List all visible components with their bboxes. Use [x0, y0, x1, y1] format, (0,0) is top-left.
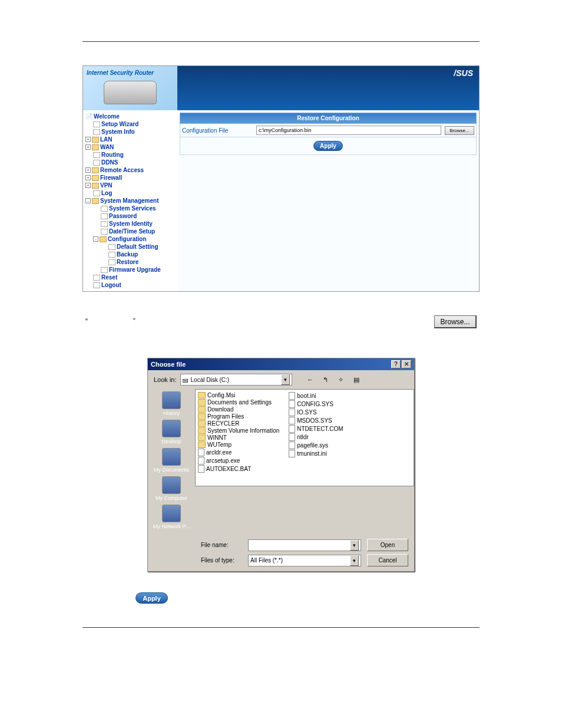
nav-system-services[interactable]: System Services	[109, 205, 156, 212]
nav-routing[interactable]: Routing	[101, 151, 124, 159]
place-history[interactable]: History	[148, 391, 195, 416]
expand-icon[interactable]: +	[85, 175, 91, 180]
nav-log[interactable]: Log	[101, 189, 112, 197]
nav-system-identity[interactable]: System Identity	[109, 220, 153, 228]
network-icon	[162, 505, 181, 522]
nav-ddns[interactable]: DDNS	[101, 159, 118, 166]
file-icon	[198, 465, 204, 473]
filetype-select[interactable]: All Files (*.*)▾	[248, 555, 361, 566]
file-list[interactable]: Config.MsiDocuments and SettingsDownload…	[195, 389, 414, 486]
nav-remote-access[interactable]: Remote Access	[100, 166, 144, 174]
config-file-label: Configuration File	[182, 127, 253, 134]
router-logo-panel: Internet Security Router	[83, 66, 177, 110]
file-item[interactable]: Documents and Settings	[198, 399, 279, 406]
expand-icon[interactable]: +	[85, 167, 91, 173]
nav-lan[interactable]: LAN	[100, 136, 113, 143]
nav-tree: 📄Welcome Setup Wizard System Info +LAN +…	[83, 110, 177, 291]
file-icon	[198, 449, 204, 456]
file-icon	[289, 450, 295, 457]
file-icon	[289, 425, 295, 433]
file-item[interactable]: arcldr.exe	[198, 449, 279, 456]
help-icon[interactable]: ?	[391, 360, 401, 368]
nav-setup-wizard[interactable]: Setup Wizard	[101, 120, 138, 128]
expand-icon[interactable]: +	[85, 183, 91, 188]
dialog-title: Choose file	[151, 361, 186, 368]
dropdown-icon[interactable]: ▾	[350, 555, 359, 566]
panel-header: Restore Configuration	[180, 113, 477, 124]
file-item[interactable]: IO.SYS	[289, 409, 343, 416]
file-item[interactable]: AUTOEXEC.BAT	[198, 465, 279, 473]
nav-password[interactable]: Password	[109, 212, 137, 220]
apply-button[interactable]: Apply	[313, 141, 343, 151]
file-item[interactable]: RECYCLER	[198, 420, 279, 427]
expand-icon[interactable]: +	[85, 137, 91, 142]
apply-button-inline[interactable]: Apply	[135, 592, 168, 604]
config-file-input[interactable]	[256, 126, 441, 135]
file-item[interactable]: tmuninst.ini	[289, 450, 343, 457]
choose-file-dialog: Choose file ? ✕ Look in: 🖴 Local Disk (C…	[147, 358, 415, 572]
nav-datetime[interactable]: Date/Time Setup	[109, 228, 155, 235]
nav-configuration[interactable]: Configuration	[108, 235, 147, 243]
file-item[interactable]: WINNT	[198, 434, 279, 441]
file-item[interactable]: pagefile.sys	[289, 442, 343, 449]
place-mycomputer[interactable]: My Computer	[148, 476, 195, 501]
file-icon	[289, 433, 295, 441]
file-icon	[289, 392, 295, 400]
filename-input[interactable]: ▾	[248, 539, 361, 551]
file-icon	[198, 457, 204, 465]
browse-button[interactable]: Browse...	[445, 126, 474, 135]
folder-icon	[198, 392, 206, 398]
file-item[interactable]: Program Files	[198, 413, 279, 420]
nav-system-info[interactable]: System Info	[101, 128, 135, 136]
nav-vpn[interactable]: VPN	[100, 182, 113, 189]
cancel-button[interactable]: Cancel	[367, 554, 408, 566]
folder-icon	[198, 399, 206, 406]
nav-logout[interactable]: Logout	[101, 281, 121, 289]
file-item[interactable]: MSDOS.SYS	[289, 417, 343, 424]
nav-firewall[interactable]: Firewall	[100, 174, 122, 182]
up-folder-icon[interactable]: ↰	[319, 374, 332, 386]
folder-icon	[198, 406, 206, 413]
folder-icon	[198, 434, 206, 441]
nav-restore[interactable]: Restore	[117, 258, 138, 266]
folder-icon	[198, 413, 206, 420]
browse-button-inline[interactable]: Browse...	[434, 315, 477, 328]
file-item[interactable]: arcsetup.exe	[198, 457, 279, 465]
nav-reset[interactable]: Reset	[101, 274, 117, 281]
folder-icon	[198, 427, 206, 434]
place-desktop[interactable]: Desktop	[148, 420, 195, 444]
file-item[interactable]: boot.ini	[289, 392, 343, 400]
back-icon[interactable]: ←	[304, 374, 317, 386]
file-item[interactable]: System Volume Information	[198, 427, 279, 434]
collapse-icon[interactable]: -	[93, 236, 98, 242]
router-brand-title: Internet Security Router	[87, 70, 174, 76]
nav-backup[interactable]: Backup	[117, 251, 138, 258]
dropdown-icon[interactable]: ▾	[350, 540, 359, 551]
folder-icon	[198, 442, 206, 448]
place-network[interactable]: My Network P...	[148, 505, 195, 529]
collapse-icon[interactable]: -	[85, 198, 91, 203]
place-mydocs[interactable]: My Documents	[148, 448, 195, 473]
view-menu-icon[interactable]: ▤	[350, 374, 363, 386]
close-icon[interactable]: ✕	[402, 360, 411, 368]
filetype-label: Files of type:	[201, 557, 242, 564]
expand-icon[interactable]: +	[85, 144, 91, 150]
new-folder-icon[interactable]: ✧	[335, 374, 348, 386]
nav-default-setting[interactable]: Default Setting	[117, 243, 158, 251]
mydocs-icon	[162, 448, 181, 466]
nav-system-management[interactable]: System Management	[100, 197, 158, 205]
nav-welcome[interactable]: Welcome	[94, 113, 120, 120]
file-item[interactable]: Download	[198, 406, 279, 413]
open-button[interactable]: Open	[367, 539, 408, 551]
file-item[interactable]: NTDETECT.COM	[289, 425, 343, 433]
lookin-select[interactable]: 🖴 Local Disk (C:) ▾	[180, 374, 292, 386]
instruction-text: “ ” Browse...	[85, 315, 477, 328]
dropdown-icon[interactable]: ▾	[281, 374, 290, 385]
file-item[interactable]: Config.Msi	[198, 392, 279, 398]
file-item[interactable]: ntldr	[289, 433, 343, 441]
nav-firmware-upgrade[interactable]: Firmware Upgrade	[109, 266, 161, 274]
drive-name: Local Disk (C:)	[191, 377, 230, 383]
file-item[interactable]: WUTemp	[198, 442, 279, 448]
file-item[interactable]: CONFIG.SYS	[289, 400, 343, 408]
nav-wan[interactable]: WAN	[100, 143, 114, 151]
